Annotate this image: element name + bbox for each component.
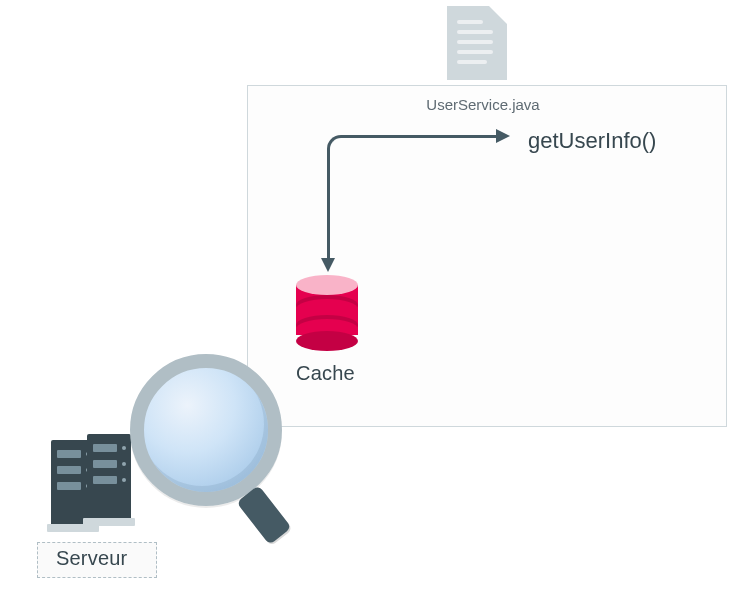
arrow-head-down-icon — [321, 258, 335, 272]
file-name-label: UserService.java — [418, 96, 548, 113]
magnifier-icon — [130, 354, 290, 554]
file-icon — [447, 6, 507, 80]
arrow-cache-to-method — [327, 135, 500, 262]
cache-icon — [296, 275, 358, 345]
arrow-head-right-icon — [496, 129, 510, 143]
cache-label: Cache — [296, 362, 355, 385]
method-label: getUserInfo() — [528, 128, 656, 154]
server-label: Serveur — [56, 547, 127, 570]
